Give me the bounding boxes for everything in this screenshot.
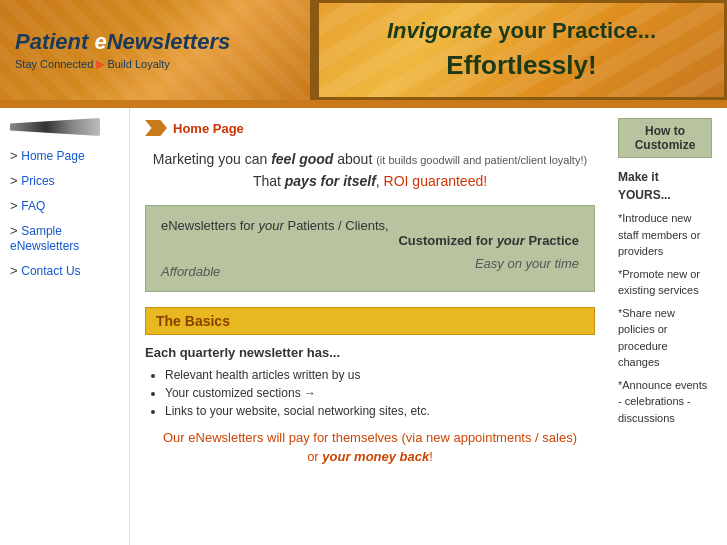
customize-item-2: *Share new policies or procedure changes (618, 305, 712, 371)
sidebar-link-faq[interactable]: FAQ (21, 199, 45, 213)
cta-text: Our eNewsletters will pay for themselves… (145, 428, 595, 467)
breadcrumb-arrow-icon (145, 120, 167, 136)
enewsletter-line4: Easy on your time (475, 256, 579, 279)
right-sidebar: How to Customize Make it YOURS... *Intro… (610, 108, 720, 545)
sidebar-decoration (10, 118, 100, 136)
sidebar-link-home[interactable]: Home Page (21, 149, 84, 163)
list-item: Relevant health articles written by us (165, 368, 595, 382)
sidebar-item-contact[interactable]: Contact Us (10, 263, 119, 278)
enewsletter-line1: eNewsletters for your Patients / Clients… (161, 218, 579, 233)
enewsletter-line3: Affordable (161, 264, 220, 279)
basics-header: The Basics (145, 307, 595, 335)
main-content: Home Page Marketing you can feel good ab… (130, 108, 610, 545)
orange-bar (0, 100, 727, 108)
basics-section: The Basics Each quarterly newsletter has… (145, 307, 595, 467)
customize-item-0: *Introduce new staff members or provider… (618, 210, 712, 260)
basics-list: Relevant health articles written by us Y… (145, 368, 595, 418)
list-item: Your customized sections → (165, 386, 595, 400)
sidebar-item-home[interactable]: Home Page (10, 148, 119, 163)
customize-box: How to Customize (618, 118, 712, 158)
logo-area: Patient eNewsletters Stay Connected ▶ Bu… (0, 0, 310, 100)
enewsletter-box: eNewsletters for your Patients / Clients… (145, 205, 595, 292)
breadcrumb-text: Home Page (173, 121, 244, 136)
tagline-area: Invigorate your Practice... Effortlessly… (316, 0, 727, 100)
sidebar-link-prices[interactable]: Prices (21, 174, 54, 188)
main-layout: Home Page Prices FAQ Sample eNewsletters… (0, 108, 727, 545)
marketing-headline: Marketing you can feel good about (it bu… (145, 148, 595, 193)
cta-line1: Our eNewsletters will pay for themselves… (163, 430, 577, 445)
sidebar-item-prices[interactable]: Prices (10, 173, 119, 188)
cta-money-back: your money back (322, 449, 429, 464)
logo-title: Patient eNewsletters (15, 29, 295, 55)
enewsletter-line2: Customized for your Practice (161, 233, 579, 248)
sidebar-item-samples[interactable]: Sample eNewsletters (10, 223, 119, 253)
basics-subheader: Each quarterly newsletter has... (145, 345, 595, 360)
header: Patient eNewsletters Stay Connected ▶ Bu… (0, 0, 727, 100)
customize-content: Make it YOURS... *Introduce new staff me… (618, 168, 712, 426)
list-item: Links to your website, social networking… (165, 404, 595, 418)
tagline: Invigorate your Practice... Effortlessly… (387, 16, 656, 83)
sidebar-nav: Home Page Prices FAQ Sample eNewsletters… (10, 148, 119, 278)
breadcrumb: Home Page (145, 120, 595, 136)
sidebar-link-samples[interactable]: Sample eNewsletters (10, 224, 79, 253)
left-sidebar: Home Page Prices FAQ Sample eNewsletters… (0, 108, 130, 545)
sidebar-item-faq[interactable]: FAQ (10, 198, 119, 213)
logo-subtitle: Stay Connected ▶ Build Loyalty (15, 58, 295, 71)
customize-item-3: *Announce events - celebrations - discus… (618, 377, 712, 427)
make-it-label: Make it YOURS... (618, 168, 712, 204)
sidebar-link-contact[interactable]: Contact Us (21, 264, 80, 278)
customize-item-1: *Promote new or existing services (618, 266, 712, 299)
